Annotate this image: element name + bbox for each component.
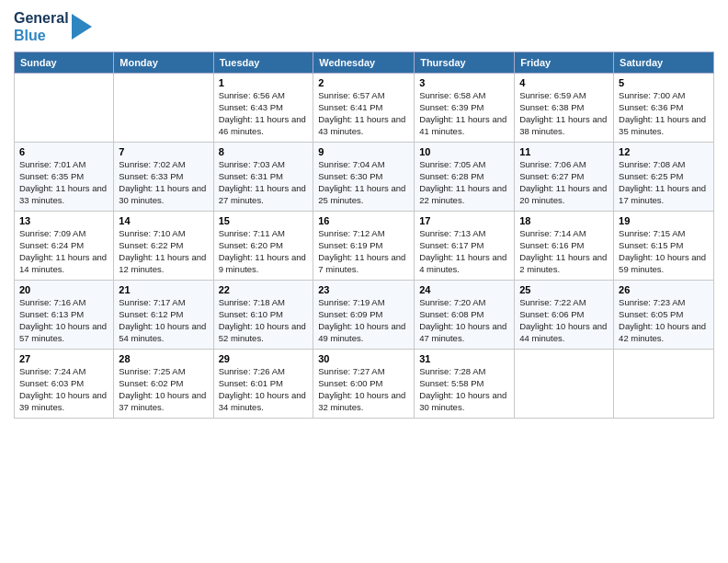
day-info: Sunrise: 7:04 AMSunset: 6:30 PMDaylight:… [318,159,409,206]
calendar-cell: 3Sunrise: 6:58 AMSunset: 6:39 PMDaylight… [415,74,515,143]
logo-container: General Blue [14,9,92,44]
day-info: Sunrise: 7:03 AMSunset: 6:31 PMDaylight:… [219,159,309,206]
calendar-cell: 6Sunrise: 7:01 AMSunset: 6:35 PMDaylight… [15,143,114,212]
calendar-cell: 4Sunrise: 6:59 AMSunset: 6:38 PMDaylight… [515,74,614,143]
calendar-cell: 29Sunrise: 7:26 AMSunset: 6:01 PMDayligh… [213,350,313,419]
day-info: Sunrise: 7:25 AMSunset: 6:02 PMDaylight:… [119,366,208,413]
calendar-cell: 27Sunrise: 7:24 AMSunset: 6:03 PMDayligh… [15,350,114,419]
calendar-cell: 7Sunrise: 7:02 AMSunset: 6:33 PMDaylight… [114,143,213,212]
page: General Blue SundayMondayTuesdayWednesda… [0,0,728,563]
calendar-week-1: 1Sunrise: 6:56 AMSunset: 6:43 PMDaylight… [15,74,714,143]
day-number: 16 [318,215,409,226]
day-info: Sunrise: 7:00 AMSunset: 6:36 PMDaylight:… [619,90,709,137]
day-number: 14 [119,215,208,226]
calendar-week-2: 6Sunrise: 7:01 AMSunset: 6:35 PMDaylight… [15,143,714,212]
day-number: 8 [219,146,309,157]
day-info: Sunrise: 7:02 AMSunset: 6:33 PMDaylight:… [119,159,208,206]
calendar-cell: 19Sunrise: 7:15 AMSunset: 6:15 PMDayligh… [614,212,714,281]
day-info: Sunrise: 7:20 AMSunset: 6:08 PMDaylight:… [419,297,509,344]
day-info: Sunrise: 7:28 AMSunset: 5:58 PMDaylight:… [419,366,509,413]
calendar-cell: 8Sunrise: 7:03 AMSunset: 6:31 PMDaylight… [213,143,313,212]
day-number: 24 [419,284,509,295]
day-info: Sunrise: 7:05 AMSunset: 6:28 PMDaylight:… [419,159,509,206]
day-info: Sunrise: 6:59 AMSunset: 6:38 PMDaylight:… [519,90,609,137]
calendar-table: SundayMondayTuesdayWednesdayThursdayFrid… [14,52,714,419]
day-number: 21 [119,284,208,295]
day-info: Sunrise: 7:26 AMSunset: 6:01 PMDaylight:… [219,366,309,413]
day-info: Sunrise: 7:08 AMSunset: 6:25 PMDaylight:… [619,159,709,206]
day-info: Sunrise: 6:56 AMSunset: 6:43 PMDaylight:… [219,90,309,137]
day-number: 23 [318,284,409,295]
day-info: Sunrise: 7:27 AMSunset: 6:00 PMDaylight:… [318,366,409,413]
day-number: 10 [419,146,509,157]
calendar-cell [515,350,614,419]
calendar-cell [614,350,714,419]
day-info: Sunrise: 6:57 AMSunset: 6:41 PMDaylight:… [318,90,409,137]
day-number: 19 [619,215,709,226]
calendar-cell: 1Sunrise: 6:56 AMSunset: 6:43 PMDaylight… [213,74,313,143]
weekday-header-thursday: Thursday [415,52,515,74]
day-number: 7 [119,146,208,157]
day-number: 4 [519,77,609,88]
calendar-week-3: 13Sunrise: 7:09 AMSunset: 6:24 PMDayligh… [15,212,714,281]
logo: General Blue [14,9,92,44]
day-info: Sunrise: 7:24 AMSunset: 6:03 PMDaylight:… [19,366,108,413]
weekday-header-saturday: Saturday [614,52,714,74]
weekday-header-sunday: Sunday [15,52,114,74]
calendar-cell: 11Sunrise: 7:06 AMSunset: 6:27 PMDayligh… [515,143,614,212]
calendar-header-row: SundayMondayTuesdayWednesdayThursdayFrid… [15,52,714,74]
calendar-cell: 17Sunrise: 7:13 AMSunset: 6:17 PMDayligh… [415,212,515,281]
calendar-cell: 31Sunrise: 7:28 AMSunset: 5:58 PMDayligh… [415,350,515,419]
day-info: Sunrise: 7:13 AMSunset: 6:17 PMDaylight:… [419,228,509,275]
logo-arrow-icon [72,10,92,43]
calendar-cell: 2Sunrise: 6:57 AMSunset: 6:41 PMDaylight… [313,74,415,143]
calendar-cell: 26Sunrise: 7:23 AMSunset: 6:05 PMDayligh… [614,281,714,350]
calendar-week-5: 27Sunrise: 7:24 AMSunset: 6:03 PMDayligh… [15,350,714,419]
day-number: 2 [318,77,409,88]
day-info: Sunrise: 7:09 AMSunset: 6:24 PMDaylight:… [19,228,108,275]
day-number: 30 [318,353,409,364]
day-info: Sunrise: 7:18 AMSunset: 6:10 PMDaylight:… [219,297,309,344]
day-info: Sunrise: 7:23 AMSunset: 6:05 PMDaylight:… [619,297,709,344]
svg-marker-0 [72,14,92,40]
day-info: Sunrise: 7:22 AMSunset: 6:06 PMDaylight:… [519,297,609,344]
day-info: Sunrise: 7:11 AMSunset: 6:20 PMDaylight:… [219,228,309,275]
day-number: 18 [519,215,609,226]
day-number: 27 [19,353,108,364]
calendar-cell: 18Sunrise: 7:14 AMSunset: 6:16 PMDayligh… [515,212,614,281]
day-number: 6 [19,146,108,157]
calendar-cell: 23Sunrise: 7:19 AMSunset: 6:09 PMDayligh… [313,281,415,350]
day-info: Sunrise: 6:58 AMSunset: 6:39 PMDaylight:… [419,90,509,137]
calendar-cell: 16Sunrise: 7:12 AMSunset: 6:19 PMDayligh… [313,212,415,281]
day-info: Sunrise: 7:15 AMSunset: 6:15 PMDaylight:… [619,228,709,275]
weekday-header-friday: Friday [515,52,614,74]
day-number: 25 [519,284,609,295]
day-info: Sunrise: 7:17 AMSunset: 6:12 PMDaylight:… [119,297,208,344]
day-number: 3 [419,77,509,88]
calendar-cell [114,74,213,143]
day-number: 9 [318,146,409,157]
calendar-cell: 10Sunrise: 7:05 AMSunset: 6:28 PMDayligh… [415,143,515,212]
weekday-header-wednesday: Wednesday [313,52,415,74]
calendar-cell: 15Sunrise: 7:11 AMSunset: 6:20 PMDayligh… [213,212,313,281]
weekday-header-monday: Monday [114,52,213,74]
day-info: Sunrise: 7:01 AMSunset: 6:35 PMDaylight:… [19,159,108,206]
calendar-cell: 12Sunrise: 7:08 AMSunset: 6:25 PMDayligh… [614,143,714,212]
day-number: 11 [519,146,609,157]
day-info: Sunrise: 7:14 AMSunset: 6:16 PMDaylight:… [519,228,609,275]
day-number: 15 [219,215,309,226]
day-number: 17 [419,215,509,226]
calendar-cell: 30Sunrise: 7:27 AMSunset: 6:00 PMDayligh… [313,350,415,419]
day-number: 5 [619,77,709,88]
calendar-cell [15,74,114,143]
day-info: Sunrise: 7:06 AMSunset: 6:27 PMDaylight:… [519,159,609,206]
calendar-week-4: 20Sunrise: 7:16 AMSunset: 6:13 PMDayligh… [15,281,714,350]
header: General Blue [14,9,714,44]
calendar-cell: 25Sunrise: 7:22 AMSunset: 6:06 PMDayligh… [515,281,614,350]
calendar-cell: 14Sunrise: 7:10 AMSunset: 6:22 PMDayligh… [114,212,213,281]
day-number: 20 [19,284,108,295]
logo-general-text: General [14,9,69,27]
calendar-cell: 24Sunrise: 7:20 AMSunset: 6:08 PMDayligh… [415,281,515,350]
logo-blue-text: Blue [14,27,69,44]
calendar-cell: 22Sunrise: 7:18 AMSunset: 6:10 PMDayligh… [213,281,313,350]
